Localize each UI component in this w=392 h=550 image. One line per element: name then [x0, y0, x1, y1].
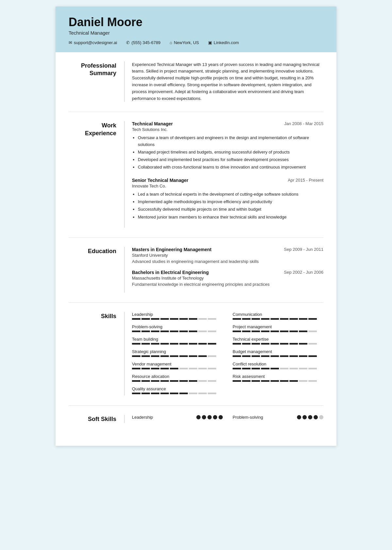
phone-contact: ✆ (555) 345-6789: [126, 40, 160, 45]
skill-segment-filled: [170, 368, 178, 369]
linkedin-text: LinkedIn.com: [214, 40, 239, 45]
skill-segment-empty: [299, 368, 307, 369]
edu-2-school: Massachusetts Institute of Technology: [132, 276, 323, 281]
skill-segment-empty: [308, 343, 317, 345]
list-item: Implemented agile methodologies to impro…: [138, 199, 323, 205]
dot-filled: [196, 415, 201, 419]
email-contact: ✉ support@cvdesigner.ai: [69, 40, 117, 45]
skill-segment-filled: [160, 343, 169, 345]
skill-segment-filled: [208, 343, 216, 345]
skill-segment-empty: [308, 331, 317, 332]
contact-bar: ✉ support@cvdesigner.ai ✆ (555) 345-6789…: [69, 40, 323, 45]
list-item: Oversaw a team of developers and enginee…: [138, 135, 323, 148]
skill-segment-filled: [141, 368, 150, 369]
email-text: support@cvdesigner.ai: [74, 40, 117, 45]
soft-skill-dots: [196, 415, 223, 419]
job-2-header: Senior Technical Manager Apr 2015 - Pres…: [132, 178, 323, 183]
header: Daniel Moore Technical Manager ✉ support…: [56, 7, 336, 52]
skill-segment-filled: [280, 331, 288, 332]
candidate-name: Daniel Moore: [69, 16, 323, 29]
list-item: Successfully delivered multiple projects…: [138, 206, 323, 213]
soft-skill-dots: [297, 415, 323, 419]
skill-segment-empty: [280, 368, 288, 369]
skill-name: Communication: [233, 312, 323, 317]
skill-segment-empty: [208, 368, 216, 369]
skill-segment-filled: [170, 318, 178, 320]
skill-segment-filled: [233, 380, 241, 382]
dot-filled: [302, 415, 307, 419]
skill-segment-filled: [299, 343, 307, 345]
dot-filled: [207, 415, 212, 419]
linkedin-icon: ▣: [208, 40, 212, 45]
skill-segment-filled: [160, 368, 169, 369]
skill-item: Resource allocation: [132, 374, 223, 382]
skill-segment-filled: [170, 355, 178, 357]
soft-skills-content: LeadershipProblem-solving: [124, 415, 323, 423]
skill-segment-filled: [252, 355, 260, 357]
phone-text: (555) 345-6789: [131, 40, 160, 45]
skill-segment-filled: [252, 380, 260, 382]
skill-bar: [233, 343, 323, 345]
skill-segment-filled: [198, 355, 207, 357]
work-content: Technical Manager Jan 2008 - Mar 2015 Te…: [124, 121, 323, 227]
summary-content: Experienced Technical Manager with 13 ye…: [124, 61, 323, 102]
skill-item: Project management: [233, 324, 323, 332]
skill-segment-filled: [308, 355, 317, 357]
skill-bar: [233, 368, 323, 369]
skill-segment-filled: [299, 331, 307, 332]
skill-bar: [233, 355, 323, 357]
skill-segment-filled: [141, 355, 150, 357]
section-divider-4: [69, 405, 323, 406]
edu-1-header: Masters in Engineering Management Sep 20…: [132, 247, 323, 252]
skills-section: Skills LeadershipCommunicationProblem-so…: [69, 312, 323, 396]
skills-grid: LeadershipCommunicationProblem-solvingPr…: [132, 312, 323, 396]
skill-segment-empty: [198, 331, 207, 332]
edu-2-desc: Fundamental knowledge in electrical engi…: [132, 282, 323, 287]
job-1-header: Technical Manager Jan 2008 - Mar 2015: [132, 121, 323, 126]
skills-label: Skills: [69, 312, 124, 396]
skill-segment-filled: [141, 380, 150, 382]
skill-segment-filled: [289, 355, 298, 357]
soft-skills-grid: LeadershipProblem-solving: [132, 415, 323, 420]
skill-segment-filled: [233, 355, 241, 357]
job-1-date: Jan 2008 - Mar 2015: [284, 121, 323, 126]
soft-skills-section: Soft Skills LeadershipProblem-solving: [69, 415, 323, 423]
edu-1-school: Stanford University: [132, 253, 323, 258]
skill-segment-filled: [170, 343, 178, 345]
edu-2: Bachelors in Electrical Engineering Sep …: [132, 270, 323, 287]
skill-segment-filled: [132, 355, 140, 357]
skill-segment-filled: [289, 343, 298, 345]
skill-segment-filled: [280, 343, 288, 345]
skill-item: Problem-solving: [132, 324, 223, 332]
skill-segment-filled: [160, 393, 169, 394]
job-1-bullets: Oversaw a team of developers and enginee…: [132, 135, 323, 170]
skill-segment-empty: [198, 393, 207, 394]
skill-segment-empty: [179, 368, 188, 369]
candidate-title: Technical Manager: [69, 30, 323, 36]
skill-item: Budget management: [233, 349, 323, 357]
work-section: WorkExperience Technical Manager Jan 200…: [69, 121, 323, 227]
skill-item: Strategic planning: [132, 349, 223, 357]
skill-bar: [132, 368, 223, 369]
skill-segment-empty: [308, 380, 317, 382]
skill-item: Conflict resolution: [233, 362, 323, 369]
skill-segment-filled: [289, 380, 298, 382]
job-2-company: Innovate Tech Co.: [132, 184, 323, 188]
skill-segment-filled: [132, 368, 140, 369]
skill-segment-empty: [208, 380, 216, 382]
skill-segment-filled: [132, 331, 140, 332]
skill-segment-filled: [198, 343, 207, 345]
dot-filled: [202, 415, 206, 419]
skill-segment-filled: [170, 393, 178, 394]
skill-item: Team building: [132, 337, 223, 345]
edu-1: Masters in Engineering Management Sep 20…: [132, 247, 323, 264]
job-1-title: Technical Manager: [132, 121, 173, 126]
skill-bar: [233, 318, 323, 320]
skill-segment-filled: [261, 318, 270, 320]
skill-segment-filled: [252, 368, 260, 369]
skill-segment-filled: [252, 331, 260, 332]
skill-bar: [233, 380, 323, 382]
skill-bar: [132, 380, 223, 382]
dot-filled: [314, 415, 318, 419]
soft-skill-item: Leadership: [132, 415, 223, 420]
